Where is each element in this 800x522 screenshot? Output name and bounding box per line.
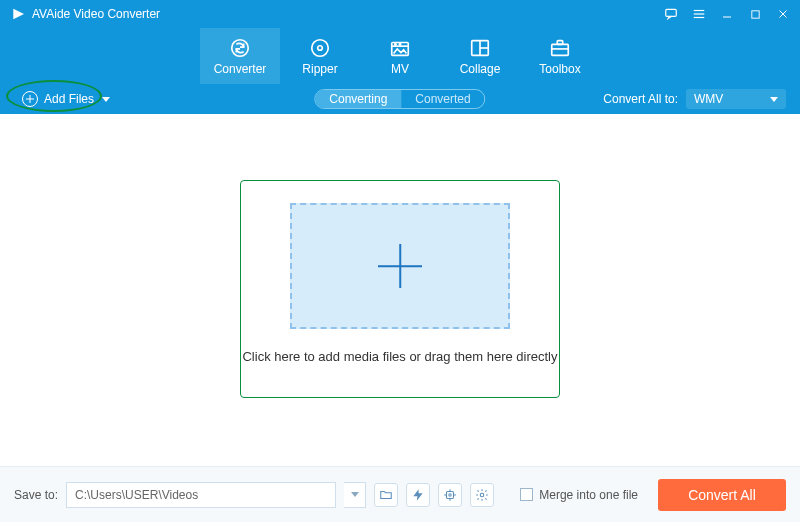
convert-all-to-label: Convert All to: xyxy=(603,92,678,106)
tab-ripper[interactable]: Ripper xyxy=(280,28,360,84)
chip-icon xyxy=(443,488,457,502)
minimize-icon[interactable] xyxy=(720,7,734,21)
open-folder-button[interactable] xyxy=(374,483,398,507)
svg-point-13 xyxy=(395,43,396,44)
save-to-path-value: C:\Users\USER\Videos xyxy=(75,488,198,502)
svg-rect-18 xyxy=(552,44,569,55)
gear-icon xyxy=(475,488,489,502)
settings-button[interactable] xyxy=(470,483,494,507)
conversion-segment: Converting Converted xyxy=(314,89,485,109)
save-to-dropdown-button[interactable] xyxy=(344,482,366,508)
tab-label: Toolbox xyxy=(539,62,580,76)
sub-toolbar: Add Files Converting Converted Convert A… xyxy=(0,84,800,114)
svg-point-27 xyxy=(480,493,484,497)
app-logo-icon xyxy=(10,6,26,22)
feedback-icon[interactable] xyxy=(664,7,678,21)
convert-all-to: Convert All to: WMV xyxy=(603,89,786,109)
tab-converter[interactable]: Converter xyxy=(200,28,280,84)
hw-accel-button[interactable] xyxy=(406,483,430,507)
add-files-label: Add Files xyxy=(44,92,94,106)
collage-icon xyxy=(469,37,491,59)
gpu-button[interactable] xyxy=(438,483,462,507)
checkbox-icon xyxy=(520,488,533,501)
svg-rect-21 xyxy=(447,491,454,498)
plus-icon xyxy=(378,244,422,288)
drop-zone-inner xyxy=(290,203,510,329)
output-format-select[interactable]: WMV xyxy=(686,89,786,109)
tab-toolbox[interactable]: Toolbox xyxy=(520,28,600,84)
title-bar: AVAide Video Converter xyxy=(0,0,800,28)
converter-icon xyxy=(229,37,251,59)
svg-point-22 xyxy=(449,493,451,495)
add-files-button[interactable]: Add Files xyxy=(14,89,118,109)
bolt-icon xyxy=(411,488,425,502)
tab-label: Converter xyxy=(214,62,267,76)
segment-converting[interactable]: Converting xyxy=(315,90,401,108)
mv-icon xyxy=(389,37,411,59)
ripper-icon xyxy=(309,37,331,59)
maximize-icon[interactable] xyxy=(748,7,762,21)
bottom-bar: Save to: C:\Users\USER\Videos Merge into… xyxy=(0,466,800,522)
drop-zone[interactable]: Click here to add media files or drag th… xyxy=(240,180,560,398)
svg-marker-20 xyxy=(413,489,422,501)
chevron-down-icon xyxy=(102,97,110,102)
save-to-path-field[interactable]: C:\Users\USER\Videos xyxy=(66,482,336,508)
plus-circle-icon xyxy=(22,91,38,107)
menu-icon[interactable] xyxy=(692,7,706,21)
svg-point-14 xyxy=(399,43,400,44)
svg-point-10 xyxy=(312,39,329,56)
svg-rect-19 xyxy=(557,40,563,44)
window-title: AVAide Video Converter xyxy=(32,7,664,21)
tab-label: MV xyxy=(391,62,409,76)
folder-icon xyxy=(379,488,393,502)
svg-point-11 xyxy=(318,45,323,50)
svg-marker-0 xyxy=(13,9,24,20)
segment-converted[interactable]: Converted xyxy=(401,90,484,108)
chevron-down-icon xyxy=(770,97,778,102)
main-area: Click here to add media files or drag th… xyxy=(0,114,800,466)
merge-label: Merge into one file xyxy=(539,488,638,502)
tab-label: Ripper xyxy=(302,62,337,76)
format-selected-value: WMV xyxy=(694,92,723,106)
svg-rect-1 xyxy=(666,9,677,16)
header-tabs: Converter Ripper MV Collage Toolbox xyxy=(0,28,800,84)
toolbox-icon xyxy=(549,37,571,59)
close-icon[interactable] xyxy=(776,7,790,21)
tab-collage[interactable]: Collage xyxy=(440,28,520,84)
drop-zone-text: Click here to add media files or drag th… xyxy=(242,349,557,364)
convert-all-button[interactable]: Convert All xyxy=(658,479,786,511)
svg-point-9 xyxy=(232,39,249,56)
tab-mv[interactable]: MV xyxy=(360,28,440,84)
tab-label: Collage xyxy=(460,62,501,76)
merge-checkbox[interactable]: Merge into one file xyxy=(520,488,638,502)
chevron-down-icon xyxy=(351,492,359,497)
window-controls xyxy=(664,7,790,21)
save-to-label: Save to: xyxy=(14,488,58,502)
svg-rect-6 xyxy=(751,10,758,17)
